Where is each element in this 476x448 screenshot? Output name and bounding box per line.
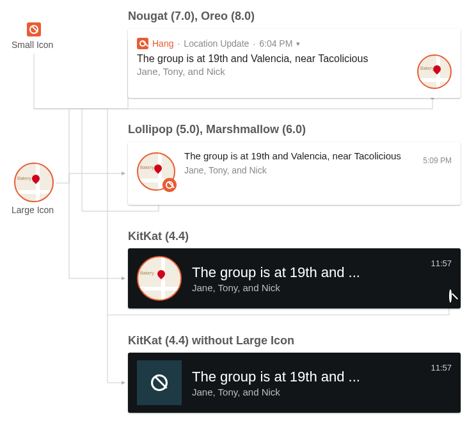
app-small-icon: [137, 38, 148, 49]
heading-lollipop: Lollipop (5.0), Marshmallow (6.0): [128, 123, 306, 136]
slash-icon: [29, 25, 38, 34]
large-icon-sample: Bakery: [14, 163, 54, 202]
notification-title: The group is at 19th and ...: [192, 369, 452, 385]
notification-time: 11:57: [431, 259, 452, 268]
map-label: Bakery: [420, 66, 434, 70]
small-icon-tile: [137, 360, 182, 405]
heading-kitkat: KitKat (4.4): [128, 230, 189, 243]
small-icon-label: Small Icon: [12, 40, 53, 50]
notification-card-kitkat[interactable]: Bakery The group is at 19th and ... Jane…: [128, 248, 461, 308]
map-icon: Bakery: [14, 163, 54, 202]
small-icon-sample: [27, 22, 41, 36]
slash-icon: [151, 374, 168, 391]
chevron-down-icon[interactable]: ▾: [296, 40, 300, 48]
small-icon-badge: [163, 178, 177, 192]
notification-title: The group is at 19th and Valencia, near …: [184, 150, 402, 163]
notification-subtitle: Jane, Tony, and Nick: [137, 66, 452, 77]
notification-time: 11:57: [431, 363, 452, 372]
large-icon-label: Large Icon: [12, 205, 54, 215]
notification-category: Location Update: [184, 38, 249, 49]
map-label: Bakery: [140, 271, 154, 275]
app-name: Hang: [152, 38, 173, 49]
notification-subtitle: Jane, Tony, and Nick: [192, 387, 452, 397]
map-label: Bakery: [17, 176, 31, 180]
small-icon-badge: [449, 291, 452, 302]
separator: ·: [253, 38, 255, 49]
notification-subtitle: Jane, Tony, and Nick: [192, 282, 452, 293]
notification-large-icon: Bakery: [417, 54, 452, 89]
notification-title: The group is at 19th and Valencia, near …: [137, 53, 452, 65]
notification-card-nougat[interactable]: Hang · Location Update · 6:04 PM ▾ The g…: [128, 29, 461, 98]
heading-nougat: Nougat (7.0), Oreo (8.0): [128, 10, 255, 23]
notification-subtitle: Jane, Tony, and Nick: [184, 165, 452, 175]
heading-kitkat-no-large: KitKat (4.4) without Large Icon: [128, 334, 294, 348]
notification-time: 6:04 PM: [259, 38, 292, 49]
notification-time: 5:09 PM: [423, 156, 452, 165]
notification-card-kitkat-no-large[interactable]: The group is at 19th and ... Jane, Tony,…: [128, 353, 461, 413]
separator: ·: [177, 38, 180, 49]
notification-large-icon: Bakery: [137, 256, 182, 301]
map-label: Bakery: [140, 165, 154, 170]
notification-card-lollipop[interactable]: Bakery The group is at 19th and Valencia…: [128, 142, 461, 205]
notification-title: The group is at 19th and ...: [192, 264, 452, 281]
notification-large-icon: Bakery: [137, 152, 175, 191]
